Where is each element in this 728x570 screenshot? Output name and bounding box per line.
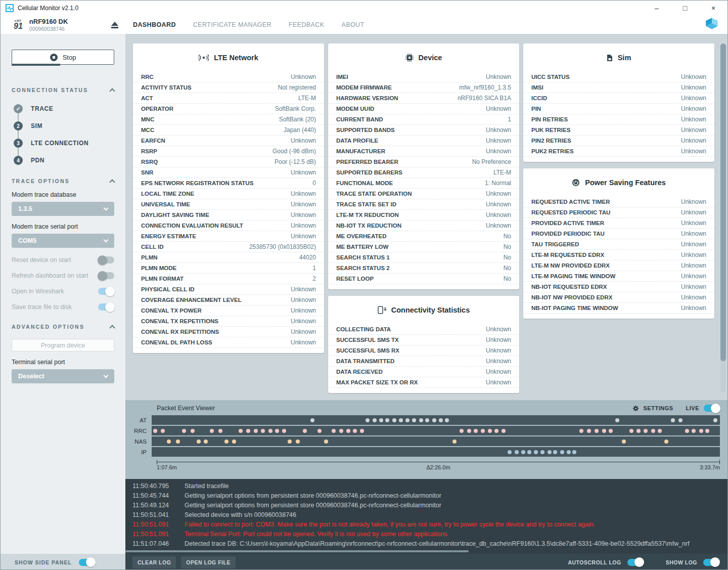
tab-about[interactable]: ABOUT — [342, 21, 365, 28]
close-button[interactable]: × — [699, 1, 727, 16]
info-row: PLMN FORMAT2 — [133, 274, 324, 284]
save-trace-file-to-disk-toggle[interactable] — [98, 303, 114, 311]
packet-event-dot — [452, 440, 457, 444]
packet-event-dot — [595, 429, 599, 433]
log-horizontal-scrollbar[interactable] — [125, 550, 469, 552]
packet-event-dot — [310, 418, 314, 422]
connection-status-header[interactable]: CONNECTION STATUS — [12, 87, 114, 93]
info-row: TAU TRIGGEREDUnknown — [523, 239, 714, 250]
info-row: PIN RETRIESUnknown — [523, 114, 714, 125]
track-rrc[interactable] — [152, 426, 720, 435]
info-key: NB-IOT REQUESTED EDRX — [531, 284, 607, 290]
open-log-file-button[interactable]: OPEN LOG FILE — [181, 556, 236, 568]
info-key: SUPPORTED BANDS — [336, 127, 395, 133]
info-row: TRACE STATE SET IDUnknown — [328, 199, 519, 210]
packet-event-dot — [176, 440, 180, 444]
title-bar: Cellular Monitor v2.1.0 – □ × — [1, 1, 727, 16]
packet-event-dot — [204, 440, 208, 444]
log-message: Terminal Serial Port: Port could not be … — [177, 530, 447, 539]
info-value: Unknown — [486, 148, 511, 155]
collapse-chevron-icon — [109, 179, 115, 185]
log-timestamp: 11:50:40.795 — [132, 481, 177, 491]
log-console[interactable]: 11:50:40.795Started tracefile11:50:45.74… — [125, 479, 727, 554]
show-log-toggle[interactable] — [703, 559, 719, 566]
log-message: Selected device with s/n 000960038746 — [177, 510, 296, 520]
step-sim: 2SIM — [14, 121, 114, 130]
device-selector[interactable]: nRF91 nRF9160 DK 000960038746 — [1, 16, 125, 34]
track-label: RRC — [125, 428, 152, 434]
packet-event-dot — [467, 429, 471, 433]
packet-event-dot — [373, 418, 377, 422]
packet-event-dot — [527, 450, 531, 454]
info-key: NB-IOT NW PROVIDED EDRX — [531, 294, 612, 300]
step-pdn: 4PDN — [14, 156, 114, 165]
packet-event-dot — [460, 429, 464, 433]
info-value: Unknown — [681, 209, 706, 216]
packet-event-dot — [332, 429, 336, 433]
settings-button[interactable]: SETTINGS — [644, 405, 673, 411]
log-timestamp: 11:50:49.124 — [132, 501, 177, 510]
eject-icon[interactable] — [111, 22, 118, 28]
tab-certificate-manager[interactable]: CERTIFICATE MANAGER — [193, 21, 271, 28]
info-row: TRACE STATE OPERATIONUnknown — [328, 189, 519, 199]
info-row: RSRPGood (-96 dBm) — [133, 146, 324, 157]
toggle-row: Reset device on start — [12, 256, 114, 264]
info-value: Unknown — [291, 73, 316, 80]
modem-trace-database-select[interactable]: 1.3.5 — [12, 202, 114, 216]
terminal-serial-port-select[interactable]: Deselect — [12, 369, 114, 383]
packet-event-dot — [224, 440, 229, 444]
packet-event-dot — [651, 429, 655, 433]
info-key: MANUFACTURER — [336, 148, 385, 154]
info-key: HARDWARE VERSION — [336, 95, 398, 101]
tab-dashboard[interactable]: DASHBOARD — [133, 21, 176, 28]
clear-log-button[interactable]: CLEAR LOG — [132, 556, 176, 568]
track-ip[interactable] — [152, 447, 720, 457]
open-in-wireshark-toggle[interactable] — [98, 288, 114, 295]
trace-options-header[interactable]: TRACE OPTIONS — [12, 178, 114, 184]
info-value: Unknown — [681, 73, 706, 80]
info-key: CONEVAL RX REPETITIONS — [141, 329, 219, 335]
modem-trace-serial-port-select[interactable]: COM5 — [12, 234, 114, 248]
info-key: REQUESTED ACTIVE TIMER — [531, 199, 610, 205]
info-value: Good (-96 dBm) — [272, 148, 316, 155]
show-side-panel-toggle[interactable] — [79, 559, 95, 566]
info-row: PINUnknown — [523, 104, 714, 114]
track-at[interactable] — [152, 415, 720, 425]
info-row: PHYSICAL CELL IDUnknown — [133, 284, 324, 295]
autoscroll-log-toggle[interactable] — [627, 559, 644, 566]
advanced-options-header[interactable]: ADVANCED OPTIONS — [12, 324, 114, 330]
dashboard-scrollbar[interactable] — [720, 43, 726, 392]
maximize-button[interactable]: □ — [671, 1, 699, 16]
info-key: COLLECTING DATA — [336, 326, 391, 332]
info-key: PUK2 RETRIES — [531, 148, 574, 154]
show-side-panel-label: SHOW SIDE PANEL — [15, 559, 72, 565]
scrollbar-thumb[interactable] — [720, 43, 726, 361]
info-value: Unknown — [681, 116, 706, 123]
info-value: SoftBank (20) — [279, 116, 316, 123]
info-key: PIN2 RETRIES — [531, 138, 571, 144]
info-key: DATA TRANSMITTED — [336, 358, 394, 364]
info-row: CONNECTION EVALUATION RESULTUnknown — [133, 221, 324, 231]
track-row-at: AT — [125, 415, 720, 425]
packet-event-dot — [553, 450, 557, 454]
refresh-dashboard-on-start-toggle[interactable] — [98, 272, 114, 279]
reset-device-on-start-toggle[interactable] — [98, 256, 114, 264]
info-row: CONEVAL TX POWERUnknown — [133, 305, 324, 316]
tab-feedback[interactable]: FEEDBACK — [289, 21, 325, 28]
minimize-button[interactable]: – — [643, 1, 671, 16]
info-row: CONEVAL DL PATH LOSSUnknown — [133, 337, 324, 348]
sim-card: Sim UICC STATUSUnknownIMSIUnknownICCIDUn… — [523, 43, 714, 162]
packet-event-dot — [534, 450, 538, 454]
live-toggle[interactable] — [704, 405, 720, 412]
stop-button[interactable]: Stop — [12, 50, 114, 65]
info-row: NB-IOT TX REDUCTIONUnknown — [328, 221, 519, 231]
program-device-button[interactable]: Program device — [12, 339, 114, 352]
info-row: ME BATTERY LOWNo — [328, 242, 519, 252]
info-value: No — [504, 254, 511, 261]
nrf91-logo-icon: nRF91 — [14, 19, 23, 30]
time-axis — [157, 462, 720, 462]
log-timestamp: 11:50:45.744 — [132, 491, 177, 501]
info-value: Unknown — [681, 251, 706, 258]
step-connector-line — [18, 109, 19, 160]
track-nas[interactable] — [152, 436, 720, 446]
